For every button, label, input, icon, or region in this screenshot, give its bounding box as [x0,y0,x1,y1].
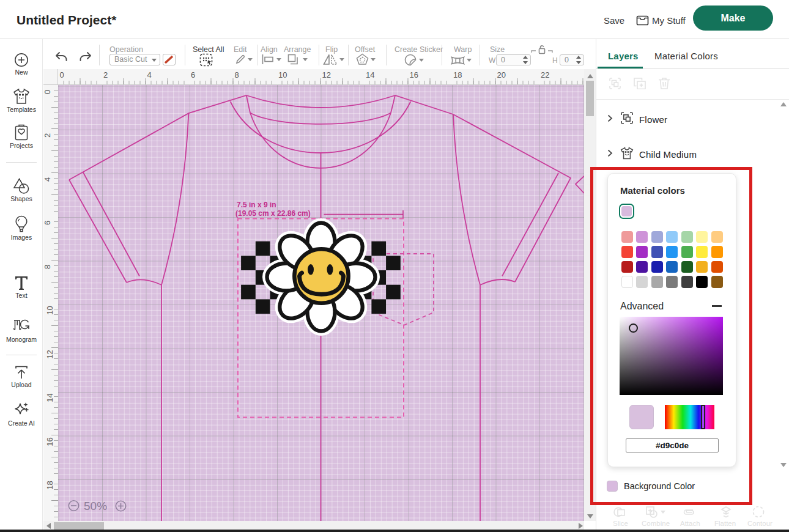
svg-text:50%: 50% [84,500,107,512]
svg-text:7.5 in x 9 in: 7.5 in x 9 in [237,201,276,209]
svg-text:(19.05 cm x 22.86 cm): (19.05 cm x 22.86 cm) [235,209,311,218]
